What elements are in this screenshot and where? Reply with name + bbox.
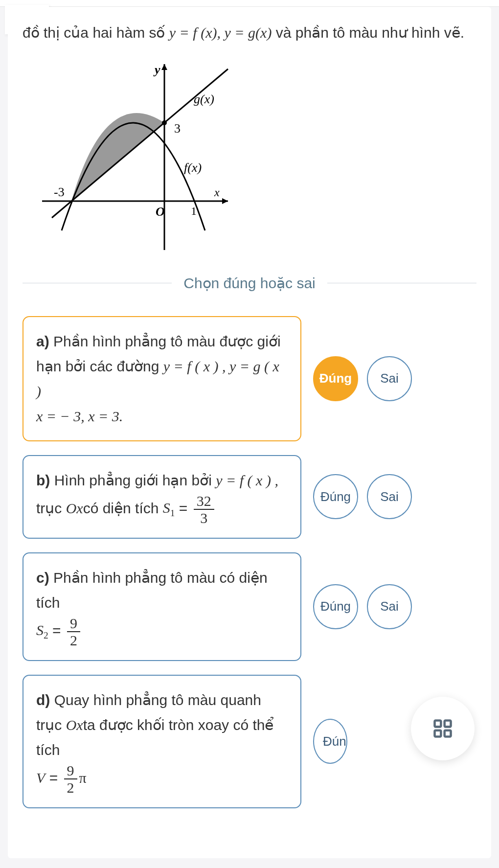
option-b-tag: b) <box>36 472 50 488</box>
option-d-tag: d) <box>36 692 50 708</box>
divider-line-left <box>23 283 172 283</box>
option-card-c[interactable]: c) Phần hình phẳng tô màu có diện tích S… <box>23 552 301 661</box>
option-b-text1: Hình phẳng giới hạn bởi <box>50 472 216 488</box>
tick-neg3: -3 <box>54 185 65 199</box>
point-0-3 <box>162 120 167 125</box>
option-b-text2: trục <box>36 500 66 516</box>
top-bar <box>0 0 499 7</box>
option-b-eq: = <box>175 500 191 516</box>
tick-1: 1 <box>191 205 197 217</box>
option-row-a: a) Phần hình phẳng tô màu được giới hạn … <box>23 316 476 441</box>
option-d-axis: Ox <box>66 717 83 733</box>
option-c-tag: c) <box>36 570 49 586</box>
divider-label: Chọn đúng hoặc sai <box>172 274 327 292</box>
question-math: y = f (x), y = g(x) <box>169 24 272 41</box>
option-d-pi: π <box>79 769 87 785</box>
svg-rect-2 <box>435 731 441 737</box>
true-button-b[interactable]: Đúng <box>313 474 358 519</box>
origin-label: O <box>156 205 165 219</box>
option-card-d[interactable]: d) Quay hình phẳng tô màu quanh trục Oxt… <box>23 675 301 808</box>
false-button-c[interactable]: Sai <box>367 584 412 629</box>
true-button-a[interactable]: Đúng <box>313 356 358 401</box>
btn-group-a: Đúng Sai <box>313 356 412 401</box>
option-b-math1: y = f ( x ) , <box>216 472 278 488</box>
question-tail: và phần tô màu như hình vẽ. <box>276 24 464 41</box>
svg-rect-0 <box>435 721 441 727</box>
question-intro: đồ thị của hai hàm số <box>23 24 169 41</box>
btn-group-d: Đún <box>313 719 347 764</box>
option-b-text3: có diện tích <box>83 500 163 516</box>
option-d-eq: = <box>45 769 62 785</box>
option-b-frac: 323 <box>194 493 214 526</box>
y-axis-arrow <box>161 64 167 70</box>
option-row-d: d) Quay hình phẳng tô màu quanh trục Oxt… <box>23 675 476 808</box>
option-c-eq: = <box>48 622 65 638</box>
content-card: đồ thị của hai hàm số y = f (x), y = g(x… <box>8 7 491 858</box>
false-button-b[interactable]: Sai <box>367 474 412 519</box>
false-button-a[interactable]: Sai <box>367 356 412 401</box>
option-card-b[interactable]: b) Hình phẳng giới hạn bởi y = f ( x ) ,… <box>23 455 301 539</box>
question-text: đồ thị của hai hàm số y = f (x), y = g(x… <box>23 22 476 45</box>
grid-fab-button[interactable] <box>411 697 475 760</box>
graph-svg: y x g(x) f(x) -3 O 1 3 <box>32 54 238 255</box>
svg-rect-1 <box>445 721 451 727</box>
option-c-frac: 92 <box>67 615 80 648</box>
btn-group-c: Đúng Sai <box>313 584 412 629</box>
option-a-math2: x = − 3, x = 3. <box>36 408 123 424</box>
option-c-text1: Phần hình phẳng tô màu có diện tích <box>36 570 268 611</box>
true-button-d[interactable]: Đún <box>313 719 347 764</box>
x-axis-label: x <box>214 186 220 199</box>
option-card-a[interactable]: a) Phần hình phẳng tô màu được giới hạn … <box>23 316 301 441</box>
grid-icon <box>432 718 454 739</box>
tick-y3: 3 <box>174 121 181 136</box>
graph-figure: y x g(x) f(x) -3 O 1 3 <box>32 54 238 255</box>
option-row-c: c) Phần hình phẳng tô màu có diện tích S… <box>23 552 476 661</box>
svg-rect-3 <box>445 731 451 737</box>
x-axis-arrow <box>222 198 228 204</box>
y-axis-label: y <box>153 63 160 77</box>
option-d-V: V <box>36 769 45 785</box>
shaded-region <box>71 113 164 201</box>
option-d-frac: 92 <box>64 762 77 796</box>
divider-line-right <box>327 283 476 283</box>
divider: Chọn đúng hoặc sai <box>23 274 476 292</box>
option-a-tag: a) <box>36 333 49 349</box>
option-c-S: S2 <box>36 622 48 638</box>
true-button-c[interactable]: Đúng <box>313 584 358 629</box>
btn-group-b: Đúng Sai <box>313 474 412 519</box>
option-b-S: S1 <box>163 500 175 516</box>
g-line <box>52 69 228 218</box>
g-label: g(x) <box>194 92 214 106</box>
option-b-axis: Ox <box>66 500 83 516</box>
f-label: f(x) <box>184 160 202 175</box>
option-row-b: b) Hình phẳng giới hạn bởi y = f ( x ) ,… <box>23 455 476 539</box>
